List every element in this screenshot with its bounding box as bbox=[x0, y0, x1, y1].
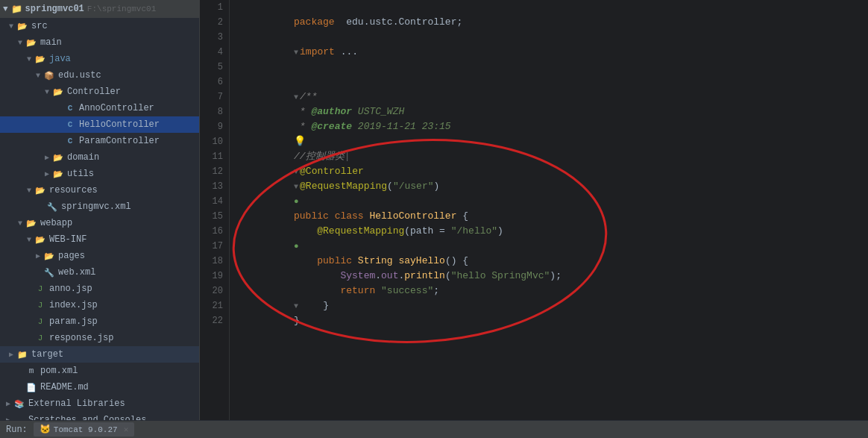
res-arrow: ▼ bbox=[24, 187, 34, 195]
sidebar-item-response-jsp[interactable]: J response.jsp bbox=[0, 330, 199, 346]
sidebar-item-pages[interactable]: ▶ 📂 pages bbox=[0, 248, 199, 264]
code-line-14 bbox=[236, 194, 862, 209]
sidebar-item-target[interactable]: ▶ 📁 target bbox=[0, 346, 199, 363]
sidebar-item-java[interactable]: ▼ 📂 java bbox=[0, 51, 199, 67]
sidebar-item-web-xml[interactable]: 🔧 web.xml bbox=[0, 264, 199, 281]
code-line-20: ▼ } bbox=[236, 284, 862, 298]
webapp-folder-icon: 📂 bbox=[25, 217, 37, 229]
sidebar-item-springmvc-xml[interactable]: 🔧 springmvc.xml bbox=[0, 198, 199, 215]
sidebar-item-resources[interactable]: ▼ 📂 resources bbox=[0, 182, 199, 198]
tomcat-icon: 🐱 bbox=[40, 424, 51, 435]
main-folder-icon: 📂 bbox=[25, 37, 37, 49]
sidebar-item-anno-jsp[interactable]: J anno.jsp bbox=[0, 281, 199, 297]
paramjsp-label: param.jsp bbox=[49, 316, 98, 327]
ctrl-folder-icon: 📂 bbox=[52, 86, 64, 98]
domain-label: domain bbox=[67, 152, 99, 163]
line-numbers: 1 2 3 4 5 6 7 8 9 10 11 12 13 14 15 16 1… bbox=[200, 0, 230, 420]
sidebar-item-pom-xml[interactable]: m pom.xml bbox=[0, 363, 199, 379]
utils-arrow: ▶ bbox=[42, 169, 52, 178]
sidebar-item-edu-ustc[interactable]: ▼ 📦 edu.ustc bbox=[0, 67, 199, 84]
springmvc-xml-icon: 🔧 bbox=[46, 201, 58, 213]
ln-12: 12 bbox=[206, 164, 223, 179]
extlib-arrow: ▶ bbox=[3, 399, 13, 408]
project-header[interactable]: ▼ 📁 springmvc01 F:\springmvc01 bbox=[0, 0, 199, 18]
sidebar-item-controller[interactable]: ▼ 📂 Controller bbox=[0, 84, 199, 100]
target-folder-icon: 📁 bbox=[16, 348, 28, 360]
code-line-13: ● public class HelloController { bbox=[236, 179, 862, 194]
pages-arrow: ▶ bbox=[33, 251, 43, 260]
respjsp-icon: J bbox=[34, 332, 46, 344]
sidebar-item-webinf[interactable]: ▼ 📂 WEB-INF bbox=[0, 231, 199, 248]
extlib-icon: 📚 bbox=[13, 398, 25, 410]
sidebar-item-index-jsp[interactable]: J index.jsp bbox=[0, 297, 199, 313]
ln-16: 16 bbox=[206, 224, 223, 239]
ln-5: 5 bbox=[206, 60, 223, 75]
project-name: springmvc01 bbox=[25, 4, 84, 14]
sidebar-item-param-jsp[interactable]: J param.jsp bbox=[0, 313, 199, 330]
code-line-21: } bbox=[236, 298, 862, 313]
annojsp-icon: J bbox=[34, 283, 46, 295]
target-label: target bbox=[31, 349, 63, 360]
ln-20: 20 bbox=[206, 284, 223, 298]
domain-arrow: ▶ bbox=[42, 153, 52, 162]
tomcat-label: Tomcat 9.0.27 bbox=[54, 425, 118, 434]
code-line-2 bbox=[236, 15, 862, 30]
webxml-label: web.xml bbox=[58, 267, 95, 278]
sidebar-item-src[interactable]: ▼ 📂 src bbox=[0, 18, 199, 34]
webinf-label: WEB-INF bbox=[49, 234, 87, 245]
project-icon: 📁 bbox=[11, 4, 22, 15]
sidebar-item-anno-controller[interactable]: C AnnoController bbox=[0, 100, 199, 116]
src-folder-icon: 📂 bbox=[16, 20, 28, 32]
sidebar-item-webapp[interactable]: ▼ 📂 webapp bbox=[0, 215, 199, 231]
main-content: ▼ 📁 springmvc01 F:\springmvc01 ▼ 📂 src ▼… bbox=[0, 0, 868, 420]
sidebar-item-scratches[interactable]: ▶ ✏️ Scratches and Consoles bbox=[0, 412, 199, 420]
scratches-label: Scratches and Consoles bbox=[28, 415, 146, 420]
ln-10: 10 bbox=[206, 134, 223, 149]
code-line-7: * @author USTC_WZH bbox=[236, 90, 862, 104]
code-container: 1 2 3 4 5 6 7 8 9 10 11 12 13 14 15 16 1… bbox=[200, 0, 868, 420]
project-sidebar[interactable]: ▼ 📁 springmvc01 F:\springmvc01 ▼ 📂 src ▼… bbox=[0, 0, 200, 420]
code-line-11: ▼@Controller bbox=[236, 149, 862, 164]
ln-19: 19 bbox=[206, 269, 223, 284]
webapp-label: webapp bbox=[40, 218, 72, 228]
ln-13: 13 bbox=[206, 179, 223, 194]
pages-label: pages bbox=[58, 251, 85, 261]
src-label: src bbox=[31, 21, 48, 31]
param-java-icon: C bbox=[64, 135, 76, 147]
java-arrow: ▼ bbox=[24, 55, 34, 63]
sidebar-item-domain[interactable]: ▶ 📂 domain bbox=[0, 149, 199, 166]
sidebar-item-param-controller[interactable]: C ParamController bbox=[0, 133, 199, 149]
sidebar-item-hello-controller[interactable]: C HelloController bbox=[0, 116, 199, 133]
code-line-22 bbox=[236, 313, 862, 328]
main-label: main bbox=[40, 37, 62, 48]
code-line-5 bbox=[236, 60, 862, 75]
project-arrow: ▼ bbox=[3, 4, 8, 13]
scratch-icon: ✏️ bbox=[13, 414, 25, 420]
sidebar-item-main[interactable]: ▼ 📂 main bbox=[0, 34, 199, 51]
code-line-9: 💡 bbox=[236, 119, 862, 134]
ln-4: 4 bbox=[206, 45, 223, 60]
sidebar-item-utils[interactable]: ▶ 📂 utils bbox=[0, 166, 199, 182]
extlib-label: External Libraries bbox=[28, 398, 125, 409]
edu-label: edu.ustc bbox=[58, 70, 101, 81]
indexjsp-label: index.jsp bbox=[49, 300, 98, 310]
ln-6: 6 bbox=[206, 75, 223, 90]
readme-label: README.md bbox=[40, 382, 89, 392]
sidebar-item-readme[interactable]: 📄 README.md bbox=[0, 379, 199, 395]
java-label: java bbox=[49, 54, 71, 64]
edu-folder-icon: 📦 bbox=[43, 69, 55, 81]
code-editor[interactable]: 1 2 3 4 5 6 7 8 9 10 11 12 13 14 15 16 1… bbox=[200, 0, 868, 420]
res-folder-icon: 📂 bbox=[34, 184, 46, 196]
annojsp-label: anno.jsp bbox=[49, 284, 92, 294]
ln-15: 15 bbox=[206, 209, 223, 224]
anno-label: AnnoController bbox=[79, 103, 154, 113]
webxml-icon: 🔧 bbox=[43, 266, 55, 278]
ln-14: 14 bbox=[206, 194, 223, 209]
ctrl-label: Controller bbox=[67, 87, 121, 97]
tomcat-close-icon[interactable]: ✕ bbox=[124, 425, 129, 434]
sidebar-item-external-libs[interactable]: ▶ 📚 External Libraries bbox=[0, 395, 199, 412]
run-tab[interactable]: 🐱 Tomcat 9.0.27 ✕ bbox=[34, 422, 134, 437]
ln-2: 2 bbox=[206, 15, 223, 30]
pom-icon: m bbox=[25, 365, 37, 377]
springmvc-xml-label: springmvc.xml bbox=[61, 201, 131, 212]
